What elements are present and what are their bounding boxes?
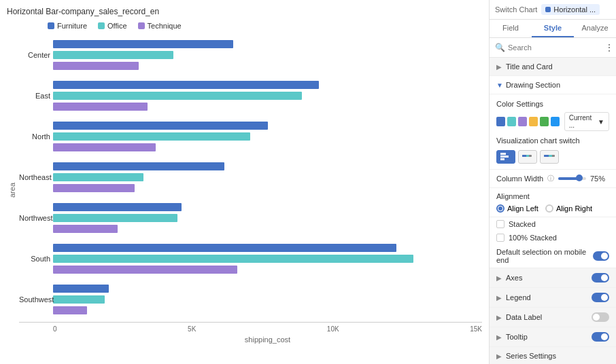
- data-label-toggle[interactable]: [592, 312, 609, 322]
- slider-thumb: [576, 175, 583, 181]
- bar-group-center: Center: [53, 39, 482, 71]
- swatch-6[interactable]: [551, 117, 560, 126]
- bar-row-technique: [53, 102, 482, 111]
- default-mobile-toggle[interactable]: [593, 251, 609, 261]
- tab-analyze[interactable]: Analyze: [574, 20, 616, 37]
- align-right-option[interactable]: Align Right: [545, 204, 592, 213]
- x-tick-0: 0: [53, 325, 57, 333]
- default-mobile-row: Default selection on mobile end: [490, 244, 616, 268]
- bar-office: [53, 92, 302, 100]
- bar-label-center: Center: [19, 51, 50, 59]
- bar-group-north: North: [53, 121, 482, 152]
- align-right-radio[interactable]: [545, 204, 553, 213]
- right-panel: Switch Chart Horizontal ... Field Style …: [490, 0, 616, 364]
- color-dropdown-arrow: ▼: [598, 118, 604, 126]
- column-width-info-icon: ⓘ: [547, 174, 554, 183]
- svg-rect-2: [500, 158, 504, 160]
- alignment-block: Alignment Align Left Align Right: [490, 188, 616, 217]
- bar-furniture: [53, 122, 268, 130]
- stacked100-label: 100% Stacked: [509, 234, 557, 242]
- stacked100-checkbox[interactable]: [496, 234, 504, 242]
- legend-toggle[interactable]: [592, 293, 609, 302]
- viz-btn-stacked[interactable]: [518, 150, 537, 164]
- bar-row-office: [53, 295, 482, 304]
- chart-area: Horizontal Bar-company_sales_record_en F…: [0, 0, 490, 364]
- bar-furniture: [53, 81, 319, 89]
- data-label-chevron: ▶: [496, 314, 502, 321]
- chart-type-badge[interactable]: Horizontal ...: [541, 4, 600, 15]
- bar-furniture: [53, 203, 182, 211]
- series-settings-label: Series Settings: [506, 352, 556, 360]
- tooltip-section[interactable]: ▶ Tooltip: [490, 327, 616, 347]
- data-label-label: Data Label: [506, 313, 542, 321]
- svg-rect-8: [549, 155, 552, 157]
- color-dropdown[interactable]: Current ... ▼: [564, 112, 609, 131]
- bar-group-southwest: Southwest: [53, 284, 482, 315]
- bar-row-office: [53, 254, 482, 263]
- svg-rect-5: [526, 155, 529, 157]
- viz-btn-grouped[interactable]: [496, 150, 515, 164]
- chart-inner: CenterEastNorthNortheastNorthwestSouthSo…: [19, 37, 482, 344]
- swatch-4[interactable]: [529, 117, 538, 126]
- column-width-slider[interactable]: [558, 177, 586, 180]
- align-left-radio-inner: [498, 206, 502, 211]
- bar-office: [53, 255, 413, 263]
- axes-left: ▶ Axes: [496, 274, 522, 282]
- title-and-card-section[interactable]: ▶ Title and Card: [490, 58, 616, 76]
- legend-label-furniture: Furniture: [57, 22, 87, 30]
- bar-office: [53, 214, 177, 222]
- column-width-row: Column Width ⓘ 75%: [490, 170, 616, 188]
- series-settings-section[interactable]: ▶ Series Settings: [490, 347, 616, 364]
- tooltip-toggle[interactable]: [592, 332, 609, 342]
- tab-field[interactable]: Field: [490, 20, 532, 37]
- swatch-1[interactable]: [496, 117, 505, 126]
- legend-section[interactable]: ▶ Legend: [490, 288, 616, 308]
- bar-label-east: East: [19, 92, 50, 100]
- legend-label-technique: Technique: [148, 22, 182, 30]
- viz-switch-label: Visualization chart switch: [496, 136, 609, 145]
- chart-title: Horizontal Bar-company_sales_record_en: [7, 7, 482, 16]
- stacked-checkbox[interactable]: [496, 220, 504, 228]
- switch-chart-label: Switch Chart: [495, 5, 537, 14]
- bar-row-technique: [53, 183, 482, 193]
- axes-chevron: ▶: [496, 274, 502, 282]
- swatch-3[interactable]: [518, 117, 527, 126]
- align-left-radio[interactable]: [496, 204, 504, 213]
- bar-office: [53, 51, 173, 59]
- x-tick-10k: 10K: [327, 325, 339, 333]
- panel-top-left: Switch Chart Horizontal ...: [495, 4, 600, 15]
- svg-rect-7: [544, 155, 549, 157]
- tab-style[interactable]: Style: [532, 20, 574, 37]
- more-options-icon[interactable]: ⋮: [604, 42, 614, 53]
- drawing-section[interactable]: ▼ Drawing Section: [490, 76, 616, 94]
- bar-office: [53, 132, 250, 141]
- svg-rect-1: [500, 156, 509, 158]
- bar-label-northwest: Northwest: [19, 214, 50, 222]
- bar-technique: [53, 103, 148, 111]
- bar-technique: [53, 225, 118, 233]
- align-left-option[interactable]: Align Left: [496, 204, 538, 213]
- legend-chevron: ▶: [496, 294, 502, 302]
- x-axis-ticks: 0 5K 10K 15K: [53, 325, 482, 333]
- data-label-section[interactable]: ▶ Data Label: [490, 308, 616, 327]
- title-card-left: ▶ Title and Card: [496, 62, 553, 71]
- bar-row-office: [53, 50, 482, 60]
- align-left-label: Align Left: [507, 204, 538, 213]
- svg-rect-0: [500, 153, 506, 155]
- bar-furniture: [53, 162, 224, 170]
- swatch-5[interactable]: [540, 117, 549, 126]
- bar-technique: [53, 62, 139, 70]
- bar-row-furniture: [53, 121, 482, 130]
- tooltip-label: Tooltip: [506, 333, 528, 341]
- bar-group-south: South: [53, 243, 482, 274]
- bar-group-northeast: Northeast: [53, 162, 482, 193]
- legend-dot-furniture: [48, 22, 54, 29]
- legend-furniture: Furniture: [48, 22, 87, 30]
- axes-section[interactable]: ▶ Axes: [490, 268, 616, 288]
- search-input[interactable]: [508, 43, 602, 52]
- bar-row-furniture: [53, 80, 482, 90]
- swatch-2[interactable]: [507, 117, 516, 126]
- viz-btn-100[interactable]: [540, 150, 559, 164]
- axes-toggle[interactable]: [592, 273, 609, 283]
- default-mobile-label: Default selection on mobile end: [496, 248, 593, 264]
